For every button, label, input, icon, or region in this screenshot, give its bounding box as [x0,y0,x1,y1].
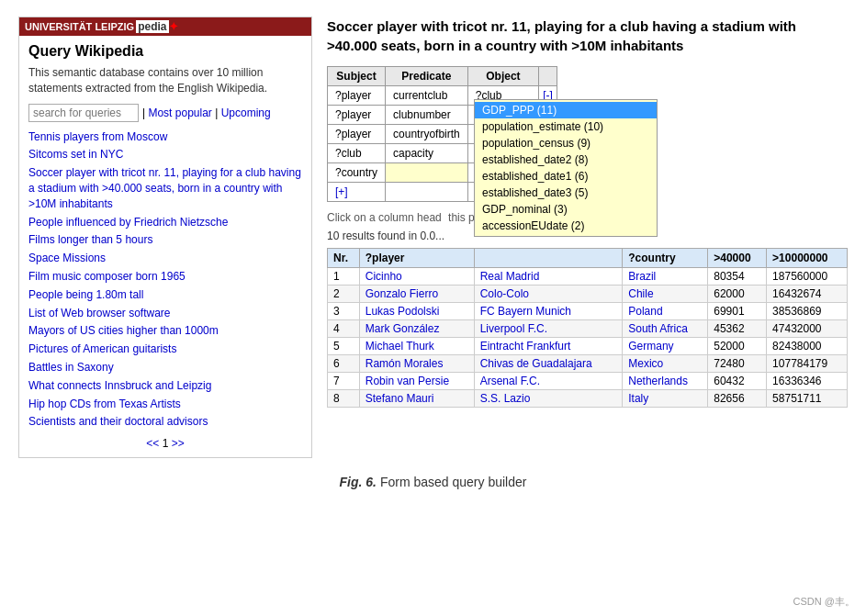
results-header-2[interactable] [474,249,623,268]
result-nr: 1 [328,268,360,286]
result-country[interactable]: South Africa [623,320,708,338]
result-player[interactable]: Gonzalo Fierro [359,286,474,303]
result-club[interactable]: S.S. Lazio [474,390,623,408]
result-population: 38536869 [767,303,848,320]
pedia-icon: ✦ [169,20,178,33]
query-link-13[interactable]: Hip hop CDs from Texas Artists [28,397,302,412]
result-nr: 6 [328,355,360,373]
results-table-row: 7 Robin van Persie Arsenal F.C. Netherla… [328,373,848,390]
most-popular-link[interactable]: Most popular [148,106,211,119]
results-table-row: 2 Gonzalo Fierro Colo-Colo Chile 62000 1… [328,286,848,303]
subject-cell: ?club [328,144,386,163]
dropdown-item-4[interactable]: established_date1 (6) [475,168,657,185]
dropdown-item-7[interactable]: accessionEUdate (2) [475,218,657,234]
predicate-cell: clubnumber [386,106,468,125]
query-link-6[interactable]: Film music composer born 1965 [28,269,302,285]
upcoming-link[interactable]: Upcoming [221,106,271,119]
result-country[interactable]: Brazil [623,268,708,286]
result-population: 47432000 [767,320,848,338]
left-panel-title: Query Wikipedia [28,43,302,60]
query-link-0[interactable]: Tennis players from Moscow [28,129,302,145]
query-link-14[interactable]: Scientists and their doctoral advisors [28,414,302,430]
figure-description: Form based query builder [380,475,527,489]
result-population: 16336346 [767,373,848,390]
query-link-7[interactable]: People being 1.80m tall [28,287,302,303]
result-club[interactable]: Chivas de Guadalajara [474,355,623,373]
results-header-1[interactable]: ?player [359,249,474,268]
query-link-11[interactable]: Battles in Saxony [28,360,302,375]
query-link-1[interactable]: Sitcoms set in NYC [28,147,302,162]
result-club[interactable]: Eintracht Frankfurt [474,338,623,355]
pagination-prev[interactable]: << [146,437,159,450]
pagination-page: 1 [163,437,172,450]
dropdown-item-3[interactable]: established_date2 (8) [475,151,657,168]
results-table-row: 1 Cicinho Real Madrid Brazil 80354 18756… [328,268,848,286]
result-club[interactable]: FC Bayern Munich [474,303,623,320]
result-population: 16432674 [767,286,848,303]
predicate-dropdown[interactable]: GDP_PPP (11)population_estimate (10)popu… [474,99,658,237]
predicate-cell[interactable] [386,163,468,183]
query-link-9[interactable]: Mayors of US cities higher than 1000m [28,323,302,339]
results-table: Nr.?player?country>40000>10000000 1 Cici… [327,248,848,408]
result-club[interactable]: Colo-Colo [474,286,623,303]
result-player[interactable]: Michael Thurk [359,338,474,355]
result-nr: 5 [328,338,360,355]
pagination: << 1 >> [28,437,302,450]
result-club[interactable]: Arsenal F.C. [474,373,623,390]
query-link-3[interactable]: People influenced by Friedrich Nietzsche [28,215,302,230]
result-country[interactable]: Mexico [623,355,708,373]
results-header-3[interactable]: ?country [623,249,708,268]
result-country[interactable]: Netherlands [623,373,708,390]
query-link-10[interactable]: Pictures of American guitarists [28,342,302,357]
query-link-5[interactable]: Space Missions [28,251,302,266]
uni-text: UNIVERSITÄT LEIPZIG [25,21,134,32]
watermark: CSDN @丰。 [793,595,855,609]
col-predicate: Predicate [386,67,468,86]
results-table-row: 8 Stefano Mauri S.S. Lazio Italy 82656 5… [328,390,848,408]
result-player[interactable]: Stefano Mauri [359,390,474,408]
result-club[interactable]: Liverpool F.C. [474,320,623,338]
result-capacity: 62000 [708,286,767,303]
right-panel: Soccer player with tricot nr. 11, playin… [327,17,848,458]
result-player[interactable]: Lukas Podolski [359,303,474,320]
query-links-list: Tennis players from MoscowSitcoms set in… [28,129,302,431]
result-club[interactable]: Real Madrid [474,268,623,286]
result-country[interactable]: Italy [623,390,708,408]
query-link-2[interactable]: Soccer player with tricot nr. 11, playin… [28,165,302,211]
query-link-8[interactable]: List of Web browser software [28,306,302,321]
result-nr: 4 [328,320,360,338]
search-input[interactable] [28,104,139,122]
results-header-5[interactable]: >10000000 [767,249,848,268]
result-player[interactable]: Cicinho [359,268,474,286]
result-capacity: 52000 [708,338,767,355]
results-table-row: 6 Ramón Morales Chivas de Guadalajara Me… [328,355,848,373]
pagination-next[interactable]: >> [172,437,185,450]
left-panel-desc: This semantic database contains over 10 … [28,65,302,96]
result-country[interactable]: Germany [623,338,708,355]
result-player[interactable]: Robin van Persie [359,373,474,390]
dropdown-item-5[interactable]: established_date3 (5) [475,185,657,201]
dropdown-item-2[interactable]: population_census (9) [475,135,657,151]
dropdown-item-1[interactable]: population_estimate (10) [475,118,657,135]
dropdown-item-0[interactable]: GDP_PPP (11) [475,102,657,118]
result-nr: 2 [328,286,360,303]
result-capacity: 72480 [708,355,767,373]
left-panel: UNIVERSITÄT LEIPZIG pedia ✦ Query Wikipe… [18,17,312,458]
result-capacity: 45362 [708,320,767,338]
query-link-4[interactable]: Films longer than 5 hours [28,232,302,248]
results-header-0[interactable]: Nr. [328,249,360,268]
result-capacity: 69901 [708,303,767,320]
uni-header: UNIVERSITÄT LEIPZIG pedia ✦ [19,17,311,36]
result-player[interactable]: Ramón Morales [359,355,474,373]
result-population: 107784179 [767,355,848,373]
click-hint: Click on a column hea [327,211,435,224]
predicate-cell: countryofbirth [386,125,468,144]
result-country[interactable]: Chile [623,286,708,303]
query-link-12[interactable]: What connects Innsbruck and Leipzig [28,378,302,394]
results-header-4[interactable]: >40000 [708,249,767,268]
results-table-row: 3 Lukas Podolski FC Bayern Munich Poland… [328,303,848,320]
plus-button[interactable]: [+] [328,183,386,202]
result-player[interactable]: Mark González [359,320,474,338]
dropdown-item-6[interactable]: GDP_nominal (3) [475,201,657,218]
result-country[interactable]: Poland [623,303,708,320]
